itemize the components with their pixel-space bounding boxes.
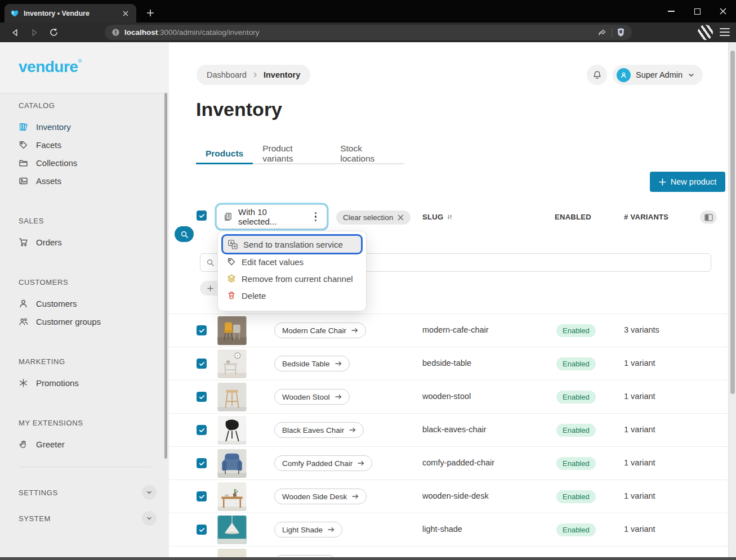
product-name-chip[interactable]: Wooden Stool <box>274 389 350 405</box>
product-name-chip[interactable]: Wooden Side Desk <box>274 489 367 504</box>
arrow-right-icon <box>352 494 359 499</box>
sidebar-item-greeter[interactable]: Greeter <box>19 435 159 453</box>
nav-section-marketing: MARKETING Promotions <box>19 357 169 392</box>
product-name-chip[interactable]: Comfy Padded Chair <box>274 455 372 471</box>
table-row[interactable]: Black Eaves Chair black-eaves-chair Enab… <box>169 413 728 446</box>
variant-count: 1 variant <box>624 458 655 467</box>
enabled-badge: Enabled <box>556 391 596 404</box>
sidebar-item-inventory[interactable]: Inventory <box>19 118 159 136</box>
window-close-button[interactable] <box>710 0 736 23</box>
nav-section-sales: SALES Orders <box>19 217 169 251</box>
nav-section-customers: CUSTOMERS Customers Customer groups <box>19 278 169 330</box>
row-checkbox[interactable] <box>197 525 207 535</box>
tab-products[interactable]: Products <box>196 145 253 164</box>
menu-item-edit-facet-values[interactable]: Edit facet values <box>222 253 362 270</box>
sidebar-item-assets[interactable]: Assets <box>19 172 159 190</box>
forward-button[interactable] <box>26 25 43 41</box>
site-info-icon[interactable] <box>111 28 120 37</box>
main-content: Dashboard Inventory Super Admin Inventor… <box>169 42 736 560</box>
trash-icon <box>227 291 236 300</box>
page-title: Inventory <box>196 98 282 120</box>
table-row[interactable]: Modern Cafe Chair modern-cafe-chair Enab… <box>169 313 728 347</box>
variant-count: 1 variant <box>624 359 655 368</box>
tab-stock-locations[interactable]: Stock locations <box>331 145 404 164</box>
table-row[interactable]: Wooden Side Desk wooden-side-desk Enable… <box>169 480 728 513</box>
reload-button[interactable] <box>45 25 62 41</box>
tab-product-variants[interactable]: Product variants <box>253 145 331 164</box>
breadcrumb-current: Inventory <box>264 70 300 79</box>
back-button[interactable] <box>7 25 24 41</box>
brave-shield-icon[interactable] <box>617 28 625 37</box>
notifications-button[interactable] <box>587 65 607 85</box>
row-checkbox[interactable] <box>197 491 207 501</box>
sidebar-scrollbar[interactable] <box>164 93 167 459</box>
user-name: Super Admin <box>636 70 683 79</box>
window-maximize-button[interactable] <box>684 0 710 23</box>
user-menu[interactable]: Super Admin <box>613 65 703 85</box>
new-tab-button[interactable] <box>144 7 157 19</box>
column-picker-button[interactable] <box>700 210 717 224</box>
url-bar[interactable]: localhost:3000/admin/catalog/inventory <box>105 25 632 40</box>
menu-item-remove-from-channel[interactable]: Remove from current channel <box>222 270 362 287</box>
sidebar-item-promotions[interactable]: Promotions <box>19 374 159 392</box>
product-image <box>217 316 247 345</box>
product-slug: light-shade <box>422 525 462 534</box>
search-toggle-button[interactable] <box>175 226 194 242</box>
table-row[interactable]: Comfy Padded Chair comfy-padded-chair En… <box>169 446 728 480</box>
table-row[interactable]: Wooden Stool wooden-stool Enabled 1 vari… <box>169 380 728 413</box>
sidebar-item-customers[interactable]: Customers <box>19 294 159 312</box>
enabled-badge: Enabled <box>556 357 596 370</box>
sidebar-item-facets[interactable]: Facets <box>19 136 159 154</box>
row-checkbox[interactable] <box>197 392 207 402</box>
new-product-button[interactable]: New product <box>650 172 725 192</box>
sidebar-item-orders[interactable]: Orders <box>19 233 159 251</box>
menu-item-label: Edit facet values <box>242 257 304 267</box>
kebab-menu-icon[interactable] <box>311 210 320 223</box>
row-checkbox[interactable] <box>197 425 207 435</box>
column-header-slug[interactable]: SLUG <box>422 213 453 221</box>
sidebar-section-system[interactable]: SYSTEM <box>19 505 157 531</box>
sidebar-item-customer-groups[interactable]: Customer groups <box>19 312 159 330</box>
share-icon[interactable] <box>597 28 607 37</box>
menu-item-send-to-translation[interactable]: A Send to translation service <box>223 236 361 253</box>
main-scrollbar-thumb[interactable] <box>730 51 735 394</box>
variant-count: 1 variant <box>624 525 655 534</box>
table-row[interactable]: Bedside Table bedside-table Enabled 1 va… <box>169 347 728 380</box>
menu-item-delete[interactable]: Delete <box>222 287 362 304</box>
product-name-chip[interactable]: Black Eaves Chair <box>274 422 364 438</box>
tab-close-icon[interactable] <box>121 8 131 19</box>
browser-profile-avatar[interactable] <box>698 25 713 40</box>
sidebar-section-settings[interactable]: SETTINGS <box>19 480 157 505</box>
product-slug: wooden-stool <box>422 392 471 401</box>
row-checkbox[interactable] <box>197 458 207 468</box>
translate-icon: A <box>228 240 238 249</box>
breadcrumb[interactable]: Dashboard Inventory <box>197 65 310 85</box>
row-checkbox[interactable] <box>197 359 207 369</box>
table-row[interactable]: Light Shade light-shade Enabled 1 varian… <box>169 513 728 546</box>
bulk-actions-button[interactable]: With 10 selected... <box>216 204 327 229</box>
browser-menu-icon[interactable] <box>719 27 730 37</box>
sidebar-item-label: Facets <box>36 140 61 150</box>
variant-count: 1 variant <box>624 491 655 500</box>
product-name-chip[interactable]: Light Shade <box>274 522 342 537</box>
breadcrumb-dashboard[interactable]: Dashboard <box>207 70 247 79</box>
main-scrollbar-track[interactable] <box>728 42 736 560</box>
nav-section-catalog: CATALOG Inventory Facets Collections Ass… <box>19 101 169 190</box>
chevron-down-icon[interactable] <box>142 485 157 500</box>
sort-icon[interactable] <box>446 213 453 221</box>
select-all-checkbox[interactable] <box>197 210 207 221</box>
close-icon[interactable] <box>398 214 404 221</box>
sidebar-item-label: Customer groups <box>36 317 101 326</box>
browser-tab[interactable]: Inventory • Vendure <box>5 4 136 23</box>
product-name-chip[interactable]: Bedside Table <box>274 356 350 371</box>
window-minimize-button[interactable] <box>658 0 684 23</box>
chevron-down-icon[interactable] <box>142 511 157 526</box>
sidebar-item-collections[interactable]: Collections <box>19 154 159 172</box>
urlbar-divider <box>612 28 612 37</box>
row-checkbox[interactable] <box>197 325 207 335</box>
variant-count: 1 variant <box>624 392 655 401</box>
enabled-badge: Enabled <box>556 523 596 536</box>
nav-section-label: MY EXTENSIONS <box>19 419 169 427</box>
clear-selection-chip[interactable]: Clear selection <box>336 210 411 225</box>
product-name-chip[interactable]: Modern Cafe Chair <box>274 322 366 338</box>
